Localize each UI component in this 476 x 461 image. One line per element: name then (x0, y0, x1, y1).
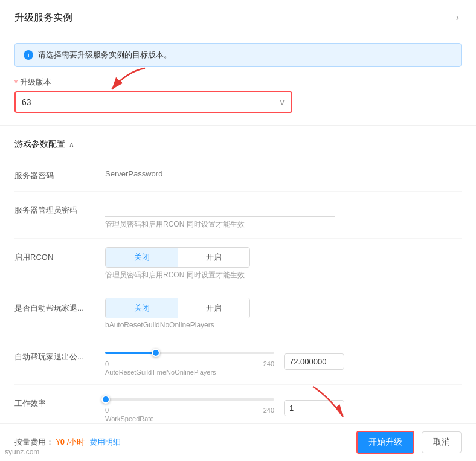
auto-reset-time-label: 自动帮玩家退出公... (14, 347, 93, 363)
work-speed-slider-min: 0 (105, 407, 109, 414)
admin-password-input[interactable] (105, 200, 335, 217)
version-field-label: * 升级版本 (14, 77, 462, 88)
enable-rcon-content: 关闭 开启 管理员密码和启用RCON 同时设置才能生效 (105, 247, 462, 280)
page-title: 升级服务实例 (14, 11, 72, 24)
enable-rcon-label: 启用RCON (14, 247, 93, 263)
auto-reset-time-content: 0 240 AutoResetGuildTimeNoOnlinePlayers (105, 347, 462, 376)
close-button[interactable]: › (454, 10, 462, 25)
auto-reset-time-row: 自动帮玩家退出公... 0 240 (14, 338, 462, 385)
auto-reset-time-slider-track (105, 352, 274, 354)
admin-password-label: 服务器管理员密码 (14, 200, 93, 216)
work-speed-slider-container: 0 240 WorkSpeedRate (105, 393, 274, 422)
admin-password-row: 服务器管理员密码 管理员密码和启用RCON 同时设置才能生效 (14, 192, 462, 239)
version-select-box[interactable]: 63 ∨ (14, 91, 292, 113)
start-upgrade-button[interactable]: 开始升级 (356, 431, 414, 454)
work-speed-label: 工作效率 (14, 393, 93, 409)
auto-reset-time-value-input[interactable] (284, 353, 344, 370)
auto-reset-time-slider-container: 0 240 AutoResetGuildTimeNoOnlinePlayers (105, 347, 274, 376)
auto-reset-hint: bAutoResetGuildNoOnlinePlayers (105, 321, 462, 329)
enable-rcon-row: 启用RCON 关闭 开启 管理员密码和启用RCON 同时设置才能生效 (14, 239, 462, 289)
upgrade-version-field: * 升级版本 63 ∨ (14, 77, 462, 113)
info-banner: i 请选择需要升级服务实例的目标版本。 (14, 43, 462, 67)
work-speed-slider-thumb[interactable] (101, 395, 110, 404)
auto-reset-time-slider-fill (105, 352, 156, 354)
rcon-toggle-off[interactable]: 关闭 (106, 248, 178, 267)
work-speed-content: 0 240 WorkSpeedRate (105, 393, 462, 422)
slider-max-label: 240 (263, 360, 274, 367)
work-speed-hint: WorkSpeedRate (105, 415, 274, 422)
admin-password-content: 管理员密码和启用RCON 同时设置才能生效 (105, 200, 462, 230)
auto-reset-time-slider-thumb[interactable] (152, 349, 160, 357)
billing-link[interactable]: 费用明细 (89, 437, 121, 446)
server-password-input[interactable] (105, 166, 335, 182)
admin-password-hint: 管理员密码和启用RCON 同时设置才能生效 (105, 219, 462, 230)
rcon-toggle-on[interactable]: 开启 (178, 248, 249, 267)
version-select-wrapper: 63 ∨ (14, 91, 292, 113)
price-display: ¥0 /小时 (56, 437, 87, 446)
info-icon: i (24, 50, 33, 60)
cancel-button[interactable]: 取消 (422, 431, 462, 453)
auto-reset-toggle-group: 关闭 开启 (105, 298, 250, 318)
game-params-section: 服务器密码 服务器管理员密码 管理员密码和启用RCON 同时设置才能生效 启用R… (0, 157, 476, 431)
auto-reset-time-slider-wrapper (105, 347, 274, 359)
work-speed-slider-labels: 0 240 (105, 407, 274, 414)
slider-min-label: 0 (105, 360, 109, 367)
footer-bar: 按量费用： ¥0 /小时 费用明细 开始升级 取消 (0, 423, 476, 461)
rcon-toggle-group: 关闭 开启 (105, 247, 250, 268)
work-speed-slider-group: 0 240 WorkSpeedRate (105, 393, 462, 422)
server-password-row: 服务器密码 (14, 157, 462, 192)
page-header: 升级服务实例 › (0, 0, 476, 33)
watermark: syunz.com (5, 448, 39, 456)
version-select[interactable]: 63 (16, 92, 291, 112)
section-chevron-icon: ∧ (69, 140, 74, 149)
work-speed-slider-wrapper (105, 393, 274, 405)
rcon-hint: 管理员密码和启用RCON 同时设置才能生效 (105, 270, 462, 280)
auto-reset-time-slider-labels: 0 240 (105, 360, 274, 367)
auto-reset-toggle-on[interactable]: 开启 (178, 298, 249, 318)
auto-reset-time-slider-group: 0 240 AutoResetGuildTimeNoOnlinePlayers (105, 347, 462, 376)
work-speed-value-input[interactable] (284, 400, 344, 416)
server-password-label: 服务器密码 (14, 166, 93, 181)
auto-reset-guild-row: 是否自动帮玩家退... 关闭 开启 bAutoResetGuildNoOnlin… (14, 289, 462, 338)
info-banner-text: 请选择需要升级服务实例的目标版本。 (38, 50, 172, 60)
game-params-section-title[interactable]: 游戏参数配置 ∧ (0, 131, 476, 157)
work-speed-slider-max: 240 (263, 407, 274, 414)
auto-reset-guild-label: 是否自动帮玩家退... (14, 298, 93, 314)
footer-pricing: 按量费用： ¥0 /小时 费用明细 (14, 437, 121, 448)
server-password-content (105, 166, 462, 182)
pricing-label: 按量费用： (14, 437, 54, 446)
auto-reset-guild-content: 关闭 开启 bAutoResetGuildNoOnlinePlayers (105, 298, 462, 329)
version-section: * 升级版本 63 ∨ (0, 77, 476, 113)
auto-reset-toggle-off[interactable]: 关闭 (106, 298, 178, 318)
auto-reset-time-hint: AutoResetGuildTimeNoOnlinePlayers (105, 369, 274, 376)
work-speed-slider-track (105, 398, 274, 401)
required-star: * (14, 78, 18, 87)
